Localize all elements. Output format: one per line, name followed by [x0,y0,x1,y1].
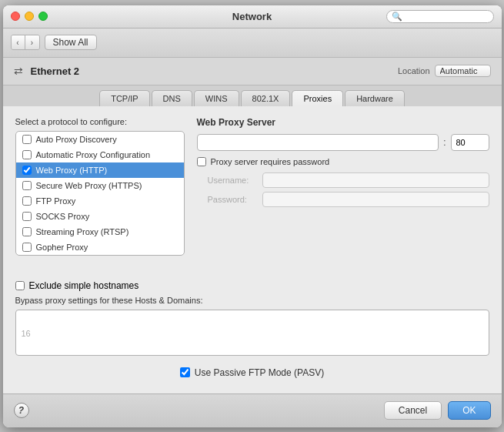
gopher-proxy-label: Gopher Proxy [36,243,88,252]
pasv-row: Use Passive FTP Mode (PASV) [15,363,489,383]
server-host-row: : [197,134,489,151]
password-field-input[interactable] [262,192,489,207]
location-bar: ⇄ Ethernet 2 Location Automatic [3,58,502,85]
protocol-auto-proxy-config[interactable]: Automatic Proxy Configuration [16,147,184,162]
username-input[interactable] [262,172,489,188]
requires-password-checkbox[interactable] [197,157,206,166]
socks-proxy-label: SOCKS Proxy [36,212,90,221]
auto-proxy-checkbox[interactable] [22,135,32,144]
protocol-list-label: Select a protocol to configure: [15,117,185,126]
server-host-input[interactable] [197,134,439,151]
password-field-label: Password: [208,195,258,204]
port-colon: : [443,136,446,148]
ethernet-icon: ⇄ [14,65,23,77]
tab-8021x[interactable]: 802.1X [241,90,291,106]
bypass-count: 16 [22,329,31,338]
cancel-button[interactable]: Cancel [384,401,442,420]
protocol-list: Auto Proxy Discovery Automatic Proxy Con… [15,131,185,256]
interface-name: Ethernet 2 [31,65,80,77]
pasv-checkbox[interactable] [180,367,190,377]
bypass-textarea[interactable] [15,310,489,356]
nav-arrows: ‹ › [11,35,40,50]
protocol-socks-proxy[interactable]: SOCKS Proxy [16,209,184,224]
location-label: Location [398,66,430,75]
exclude-hostnames-checkbox[interactable] [15,281,25,290]
location-group: Location Automatic [398,65,491,77]
ok-button[interactable]: OK [448,401,490,420]
content-area: Select a protocol to configure: Auto Pro… [3,106,502,393]
footer: ? Cancel OK [3,393,502,427]
search-box: 🔍 [386,10,494,23]
forward-button[interactable]: › [25,35,39,49]
protocol-list-section: Select a protocol to configure: Auto Pro… [15,117,185,273]
proxy-panel: Select a protocol to configure: Auto Pro… [15,117,489,273]
username-row: Username: [197,172,489,188]
socks-proxy-checkbox[interactable] [22,212,32,221]
minimize-button[interactable] [25,12,34,21]
web-proxy-checkbox[interactable] [22,166,32,175]
tab-wins[interactable]: WINS [194,90,239,106]
bottom-section: Exclude simple hostnames Bypass proxy se… [15,280,489,383]
password-row: Proxy server requires password [197,157,489,166]
auto-proxy-label: Auto Proxy Discovery [36,135,117,144]
ftp-proxy-checkbox[interactable] [22,196,32,206]
protocol-streaming-proxy[interactable]: Streaming Proxy (RTSP) [16,224,184,239]
server-port-input[interactable] [451,134,489,151]
gopher-proxy-checkbox[interactable] [22,243,32,252]
titlebar: Network 🔍 [3,5,502,28]
username-label: Username: [208,176,258,185]
close-button[interactable] [11,12,20,21]
protocol-gopher-proxy[interactable]: Gopher Proxy [16,239,184,255]
requires-password-label: Proxy server requires password [211,157,330,166]
auto-proxy-config-label: Automatic Proxy Configuration [36,150,151,159]
footer-buttons: Cancel OK [384,401,491,420]
maximize-button[interactable] [38,12,48,21]
pasv-label: Use Passive FTP Mode (PASV) [195,367,324,378]
show-all-button[interactable]: Show All [45,35,97,50]
web-proxy-label: Web Proxy (HTTP) [36,166,108,175]
protocol-ftp-proxy[interactable]: FTP Proxy [16,193,184,209]
tab-dns[interactable]: DNS [152,90,192,106]
tab-hardware[interactable]: Hardware [345,90,405,106]
server-config: Web Proxy Server : Proxy server requires… [197,117,489,273]
protocol-auto-proxy[interactable]: Auto Proxy Discovery [16,132,184,147]
protocol-secure-web-proxy[interactable]: Secure Web Proxy (HTTPS) [16,178,184,193]
window-title: Network [232,11,272,22]
server-section-title: Web Proxy Server [197,117,489,128]
secure-web-proxy-checkbox[interactable] [22,181,32,190]
help-button[interactable]: ? [14,403,29,418]
exclude-hostnames-label: Exclude simple hostnames [29,280,139,291]
back-button[interactable]: ‹ [12,35,25,49]
search-input[interactable] [405,12,489,21]
ftp-proxy-label: FTP Proxy [36,196,76,206]
tab-proxies[interactable]: Proxies [292,90,343,106]
exclude-row: Exclude simple hostnames [15,280,489,291]
search-icon: 🔍 [392,12,402,22]
secure-web-proxy-label: Secure Web Proxy (HTTPS) [36,181,142,190]
tab-tcpip[interactable]: TCP/IP [99,90,149,106]
tabs-bar: TCP/IP DNS WINS 802.1X Proxies Hardware [3,85,502,106]
location-select[interactable]: Automatic [435,65,491,77]
streaming-proxy-label: Streaming Proxy (RTSP) [36,227,129,236]
network-window: Network 🔍 ‹ › Show All ⇄ Ethernet 2 Loca… [3,5,502,427]
bypass-textarea-container: 16 [15,310,489,358]
password-field-row: Password: [197,192,489,207]
protocol-web-proxy[interactable]: Web Proxy (HTTP) [16,162,184,178]
streaming-proxy-checkbox[interactable] [22,227,32,236]
traffic-lights [11,12,48,21]
bypass-label: Bypass proxy settings for these Hosts & … [15,296,489,305]
toolbar: ‹ › Show All [3,28,502,58]
auto-proxy-config-checkbox[interactable] [22,150,32,159]
